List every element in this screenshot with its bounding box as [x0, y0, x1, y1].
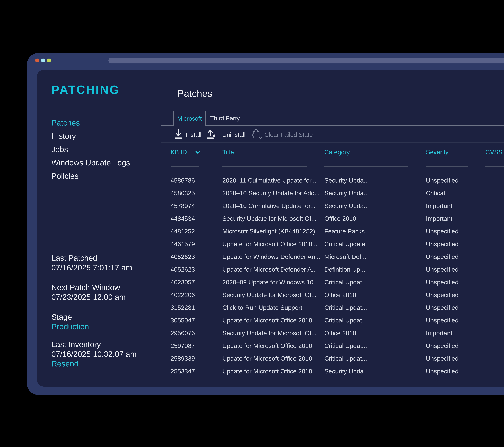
tab-strip-line [161, 125, 173, 126]
cell-category: Feature Packs [324, 228, 365, 235]
table-row[interactable]: 3055047 Update for Microsoft Office 2010… [37, 314, 504, 327]
header-underline [324, 167, 408, 167]
column-header-kb-id[interactable]: KB ID [171, 148, 187, 156]
cell-kb-id: 2553347 [171, 368, 195, 375]
cell-severity: Unspecified [426, 368, 459, 375]
uninstall-icon[interactable] [206, 129, 217, 140]
sidebar-item-windows-update-logs[interactable]: Windows Update Logs [51, 156, 130, 169]
table-row[interactable]: 4580325 2020–10 Security Update for Ado.… [37, 187, 504, 199]
table-row[interactable]: 4052623 Update for Microsoft Defender A.… [37, 263, 504, 276]
cell-severity: Unspecified [426, 266, 459, 273]
header-underline [486, 167, 504, 167]
cell-severity: Critical [426, 189, 445, 197]
cell-title: Update for Microsoft Office 2010 [222, 342, 312, 349]
cell-category: Critical Updat... [324, 342, 367, 349]
cell-severity: Important [426, 215, 452, 222]
cell-kb-id: 2956076 [171, 329, 195, 337]
table-row[interactable]: 4481252 Microsoft Silverlight (KB4481252… [37, 225, 504, 238]
cell-severity: Unspecified [426, 304, 459, 311]
cell-title: Update for Microsoft Office 2010 [222, 317, 312, 324]
cell-kb-id: 4052623 [171, 266, 195, 273]
header-underline [171, 167, 199, 167]
table-row[interactable]: 4461579 Update for Microsoft Office 2010… [37, 238, 504, 250]
cell-severity: Unspecified [426, 291, 459, 298]
cell-severity: Unspecified [426, 228, 459, 235]
tab-strip-line [206, 125, 504, 126]
cell-title: Security Update for Microsoft Of... [222, 215, 317, 222]
cell-kb-id: 3152281 [171, 304, 195, 311]
cell-severity: Unspecified [426, 253, 459, 260]
table-row[interactable]: 2553347 Update for Microsoft Office 2010… [37, 365, 504, 378]
cell-category: Critical Updat... [324, 304, 367, 311]
cell-category: Critical Updat... [324, 355, 367, 362]
sidebar-item-history[interactable]: History [51, 129, 130, 143]
cell-title: Update for Microsoft Defender A... [222, 266, 317, 273]
sidebar-item-patches[interactable]: Patches [51, 116, 130, 129]
cell-title: Update for Windows Defender An... [222, 253, 320, 260]
cell-kb-id: 4586786 [171, 177, 195, 184]
cell-severity: Important [426, 202, 452, 209]
column-header-severity[interactable]: Severity [426, 148, 449, 156]
cell-kb-id: 4022206 [171, 291, 195, 298]
cell-kb-id: 4580325 [171, 189, 195, 197]
cell-severity: Unspecified [426, 317, 459, 324]
app-window: PATCHING PatchesHistoryJobsWindows Updat… [27, 53, 504, 395]
uninstall-button[interactable]: Uninstall [222, 131, 245, 138]
column-header-cvss-score[interactable]: CVSS Score [486, 148, 504, 156]
sidebar-item-jobs[interactable]: Jobs [51, 143, 130, 156]
table-row[interactable]: 4052623 Update for Windows Defender An..… [37, 250, 504, 263]
traffic-light-close-icon[interactable] [35, 58, 39, 62]
cell-kb-id: 3055047 [171, 317, 195, 324]
traffic-light-minimize-icon[interactable] [41, 58, 45, 62]
cell-category: Critical Updat... [324, 278, 367, 286]
table-row[interactable]: 2589339 Update for Microsoft Office 2010… [37, 352, 504, 365]
address-bar[interactable] [108, 58, 504, 64]
column-header-category[interactable]: Category [324, 148, 350, 156]
content-panel: PATCHING PatchesHistoryJobsWindows Updat… [37, 70, 504, 387]
cell-category: Microsoft Def... [324, 253, 366, 260]
cell-category: Security Upda... [324, 189, 369, 197]
table-row[interactable]: 4578974 2020–10 Cumulative Update for...… [37, 199, 504, 212]
cell-severity: Important [426, 329, 452, 337]
tab-third-party[interactable]: Third Party [206, 111, 244, 126]
cell-title: Update for Microsoft Office 2010... [222, 240, 317, 247]
cell-severity: Unspecified [426, 355, 459, 362]
table-row[interactable]: 4484534 Security Update for Microsoft Of… [37, 212, 504, 225]
cell-kb-id: 4578974 [171, 202, 195, 209]
cell-severity: Unspecified [426, 240, 459, 247]
cell-kb-id: 2597087 [171, 342, 195, 349]
clear-failed-state-button[interactable]: Clear Failed State [264, 131, 313, 138]
cell-category: Security Upda... [324, 202, 369, 209]
install-icon[interactable] [174, 129, 183, 140]
sort-chevron-down-icon[interactable] [195, 150, 201, 155]
screen: PATCHING PatchesHistoryJobsWindows Updat… [0, 0, 504, 447]
table-row[interactable]: 3152281 Click-to-Run Update Support Crit… [37, 301, 504, 314]
traffic-light-maximize-icon[interactable] [47, 58, 51, 62]
table-row[interactable]: 2597087 Update for Microsoft Office 2010… [37, 339, 504, 352]
app-logo: PATCHING [51, 83, 120, 97]
patch-table-body: 4586786 2020–11 Culmulative Update for..… [37, 174, 504, 378]
cell-category: Definition Up... [324, 266, 365, 273]
cell-title: 2020–10 Cumulative Update for... [222, 202, 316, 209]
cell-title: 2020–10 Security Update for Ado... [222, 189, 320, 197]
cell-severity: Unspecified [426, 177, 459, 184]
cell-title: 2020–09 Update for Windows 10... [222, 278, 319, 286]
table-row[interactable]: 4586786 2020–11 Culmulative Update for..… [37, 174, 504, 187]
cell-kb-id: 4461579 [171, 240, 195, 247]
toolbar-divider [161, 142, 504, 143]
cell-title: Microsoft Silverlight (KB4481252) [222, 228, 315, 235]
column-header-title[interactable]: Title [222, 148, 234, 156]
clear-failed-state-icon[interactable] [252, 129, 263, 141]
table-row[interactable]: 4022206 Security Update for Microsoft Of… [37, 289, 504, 301]
cell-severity: Unspecified [426, 342, 459, 349]
cell-category: Critical Update [324, 240, 365, 247]
table-row[interactable]: 4023057 2020–09 Update for Windows 10...… [37, 276, 504, 288]
header-underline [222, 167, 307, 167]
tab-microsoft[interactable]: Microsoft [173, 111, 206, 126]
header-underline [426, 167, 468, 167]
cell-title: Update for Microsoft Office 2010 [222, 355, 312, 362]
cell-kb-id: 4484534 [171, 215, 195, 222]
cell-kb-id: 4481252 [171, 228, 195, 235]
table-row[interactable]: 2956076 Security Update for Microsoft Of… [37, 327, 504, 339]
install-button[interactable]: Install [186, 131, 201, 138]
